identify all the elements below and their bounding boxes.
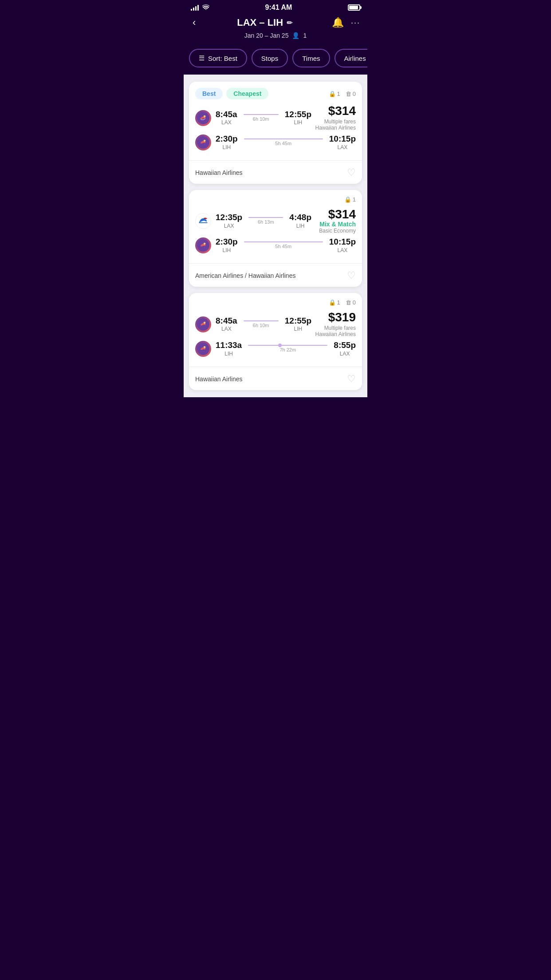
sort-label: Sort: Best — [208, 55, 237, 62]
depart-airport: LAX — [216, 119, 237, 126]
arrive-airport-2: LIH — [289, 223, 311, 229]
footer-airline-2: American Airlines / Hawaiian Airlines — [195, 272, 295, 279]
flight-card-2[interactable]: 🔒 1 12:35p LAX — [189, 190, 362, 287]
depart-block-2: 12:35p LAX — [216, 213, 242, 229]
favorite-button-1[interactable]: ♡ — [347, 167, 356, 178]
return-arrive-airport-3: LAX — [334, 351, 356, 357]
airlines-filter-button[interactable]: Airlines — [335, 49, 368, 67]
svg-point-4 — [196, 213, 211, 229]
flight-duration-3: 6h 10m — [253, 323, 269, 328]
bell-icon[interactable]: 🔔 — [332, 17, 344, 28]
depart-airport-3: LAX — [216, 326, 237, 332]
return-times: 2:30p LIH 5h 45m 10:15p LAX — [216, 134, 356, 150]
card-footer-2: American Airlines / Hawaiian Airlines ♡ — [189, 265, 362, 287]
status-bar: 9:41 AM — [184, 0, 367, 13]
price-economy-label: Basic Economy — [311, 228, 356, 234]
badge-row: Best Cheapest 🔒 1 🗑 0 — [195, 88, 356, 99]
badge-row-3: 🔒 1 🗑 0 — [195, 299, 356, 306]
card-footer-1: Hawaiian Airlines ♡ — [189, 162, 362, 184]
return-flight-line-2: 5h 45m — [241, 241, 326, 249]
svg-point-11 — [204, 346, 206, 348]
return-times-3: 11:33a LIH 7h 22m 8:55p LAX — [216, 341, 356, 357]
flight-duration-2: 6h 13m — [258, 219, 274, 225]
return-arrive-time-2: 10:15p — [329, 237, 356, 247]
route-line — [244, 114, 279, 115]
header-subtitle: Jan 20 – Jan 25 👤 1 — [191, 32, 360, 39]
return-arrive-time-3: 8:55p — [334, 341, 356, 350]
stops-label: Stops — [261, 55, 278, 62]
svg-point-9 — [204, 321, 206, 324]
cheapest-badge: Cheapest — [226, 88, 268, 99]
battery-area — [348, 4, 360, 11]
outbound-flight-row-2: 12:35p LAX 6h 13m 4:48p LIH $314 Mix & M… — [195, 208, 356, 234]
times-filter-button[interactable]: Times — [292, 49, 330, 67]
flight-duration: 6h 10m — [253, 116, 269, 122]
return-arrive-time: 10:15p — [329, 134, 356, 144]
trash-item: 🗑 0 — [346, 91, 356, 97]
price-block-1: $314 Multiple fares Hawaiian Airlines — [311, 105, 356, 131]
sort-filter-button[interactable]: ☰ Sort: Best — [189, 49, 247, 67]
passenger-count: 1 — [303, 32, 307, 39]
arrive-block: 12:55p LIH — [285, 110, 311, 126]
flight-line-2: 6h 13m — [246, 217, 286, 225]
airlines-label: Airlines — [344, 55, 366, 62]
price-label: Multiple fares — [311, 119, 356, 125]
return-flight-row-2: 2:30p LIH 5h 45m 10:15p LAX — [195, 237, 356, 253]
lock-row-3: 🔒 1 🗑 0 — [329, 299, 356, 306]
svg-point-3 — [204, 140, 206, 142]
results-list: Best Cheapest 🔒 1 🗑 0 — [184, 75, 367, 397]
stops-filter-button[interactable]: Stops — [252, 49, 288, 67]
return-arrive-airport-2: LAX — [329, 247, 356, 253]
outbound-times: 8:45a LAX 6h 10m 12:55p LIH — [216, 110, 311, 126]
route-title: LAX – LIH ✏ — [237, 17, 292, 28]
wifi-icon — [202, 4, 209, 11]
depart-time-2: 12:35p — [216, 213, 242, 222]
return-depart-airport: LIH — [216, 144, 238, 150]
lock-item: 🔒 1 — [329, 91, 340, 97]
airline-logo-hawaiian-1 — [195, 110, 211, 126]
return-depart-airport-3: LIH — [216, 351, 242, 357]
route-line-2 — [248, 217, 283, 218]
footer-airline: Hawaiian Airlines — [195, 169, 243, 176]
flight-card-3[interactable]: 🔒 1 🗑 0 8:45a LAX — [189, 293, 362, 390]
depart-time-3: 8:45a — [216, 316, 237, 326]
price-block-2: $314 Mix & Match Basic Economy — [311, 208, 356, 234]
flight-line-3: 6h 10m — [241, 320, 281, 328]
price-airline-3: Hawaiian Airlines — [311, 331, 356, 337]
airline-logo-hawaiian-3 — [195, 237, 211, 253]
return-duration: 5h 45m — [275, 141, 291, 146]
card-divider — [189, 160, 362, 161]
favorite-button-2[interactable]: ♡ — [347, 270, 356, 281]
arrive-block-3: 12:55p LIH — [285, 316, 311, 332]
depart-time: 8:45a — [216, 110, 237, 119]
return-flight-line-3: 7h 22m — [245, 345, 330, 352]
card-divider-3 — [189, 367, 362, 367]
return-depart-airport-2: LIH — [216, 247, 238, 253]
price-amount: $314 — [311, 105, 356, 117]
passenger-icon: 👤 — [292, 32, 299, 39]
arrive-time-3: 12:55p — [285, 316, 311, 326]
airline-logo-hawaiian-5 — [195, 341, 211, 357]
depart-airport-2: LAX — [216, 223, 242, 229]
date-range: Jan 20 – Jan 25 — [244, 32, 289, 39]
return-route-line — [244, 138, 323, 139]
signal-area — [191, 4, 209, 11]
trash-item-3: 🗑 0 — [346, 299, 356, 306]
return-route-line-2 — [244, 241, 323, 242]
route-text: LAX – LIH — [237, 17, 283, 28]
badge-row-2: 🔒 1 — [195, 196, 356, 203]
return-route-line-3 — [248, 345, 327, 346]
outbound-flight-row-3: 8:45a LAX 6h 10m 12:55p LIH $319 Multipl… — [195, 311, 356, 337]
more-icon[interactable]: ··· — [351, 18, 360, 28]
header: ‹ LAX – LIH ✏ 🔔 ··· Jan 20 – Jan 25 👤 1 — [184, 13, 367, 44]
outbound-flight-row: 8:45a LAX 6h 10m 12:55p LIH $314 Multipl… — [195, 105, 356, 131]
return-depart-time-3: 11:33a — [216, 341, 242, 350]
flight-card-1[interactable]: Best Cheapest 🔒 1 🗑 0 — [189, 82, 362, 184]
card-divider-2 — [189, 263, 362, 264]
return-arrive-block: 10:15p LAX — [329, 134, 356, 150]
favorite-button-3[interactable]: ♡ — [347, 373, 356, 385]
back-button[interactable]: ‹ — [191, 15, 197, 30]
badges: Best Cheapest — [195, 88, 268, 99]
edit-icon[interactable]: ✏ — [287, 19, 292, 27]
return-depart-block: 2:30p LIH — [216, 134, 238, 150]
